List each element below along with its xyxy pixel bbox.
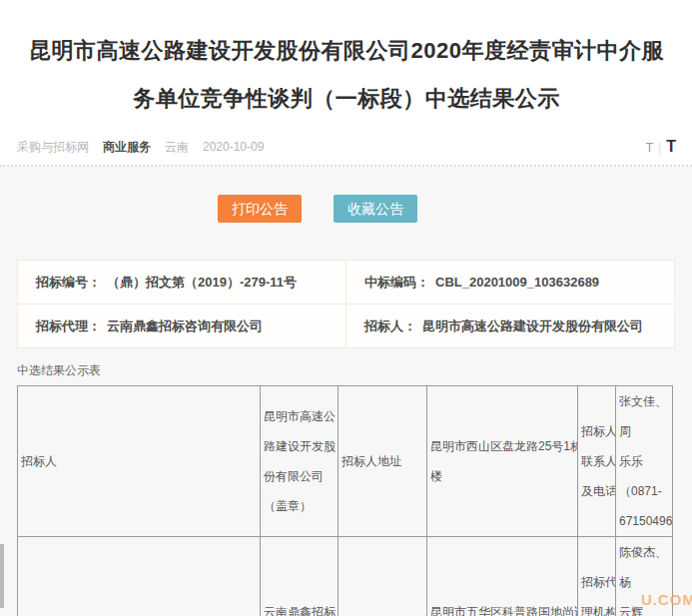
result-table-caption: 中选结果公示表	[17, 362, 675, 379]
print-announcement-button[interactable]: 打印公告	[218, 195, 302, 223]
win-code-value: CBL_20201009_103632689	[435, 275, 599, 290]
bid-number-value: （鼎）招文第（2019）-279-11号	[107, 275, 297, 290]
breadcrumb-source-site[interactable]: 采购与招标网	[17, 139, 89, 156]
page-title-line1: 昆明市高速公路建设开发股份有限公司2020年度经责审计中介服	[17, 27, 676, 75]
action-button-row: 打印公告 收藏公告	[17, 195, 675, 223]
bid-number-label: 招标编号：	[36, 275, 101, 290]
announcement-body: 打印公告 收藏公告 招标编号：（鼎）招文第（2019）-279-11号 中标编码…	[0, 167, 692, 616]
agency-contact-label-cell: 招标代 理机构 联系人 及电话	[578, 537, 616, 616]
agency-label: 招标代理：	[36, 318, 101, 333]
favorite-announcement-button[interactable]: 收藏公告	[334, 195, 417, 223]
tenderer-contact-value-cell: 张文佳、周 乐乐（0871- 67150496）	[616, 386, 673, 537]
table-row-tenderer: 招标人 昆明市高速公 路建设开发股 份有限公司 （盖章） 招标人地址 昆明市西山…	[18, 386, 673, 537]
breadcrumb: 采购与招标网 商业服务 云南 2020-10-09	[17, 139, 646, 156]
win-code-label: 中标编码：	[364, 275, 429, 290]
agency-role-cell: 招标代理机构	[18, 537, 261, 616]
font-size-small-toggle[interactable]: T	[646, 141, 653, 155]
agency-address-value-cell: 昆明市五华区科普路国地尚诚 商务中心B座14楼	[427, 537, 578, 616]
font-size-large-toggle[interactable]: T	[666, 138, 676, 156]
info-table-row: 招标代理：云南鼎鑫招标咨询有限公司 招标人：昆明市高速公路建设开发股份有限公司	[18, 305, 675, 348]
table-row-agency: 招标代理机构 云南鼎鑫招标 咨询有限公司 招标代理机构地址 昆明市五华区科普路国…	[18, 537, 673, 616]
bid-number-cell: 招标编号：（鼎）招文第（2019）-279-11号	[18, 261, 346, 305]
selection-result-table: 招标人 昆明市高速公 路建设开发股 份有限公司 （盖章） 招标人地址 昆明市西山…	[17, 385, 673, 616]
left-scrollbar-thumb[interactable]	[0, 544, 4, 608]
font-size-separator: |	[658, 141, 661, 155]
info-table-row: 招标编号：（鼎）招文第（2019）-279-11号 中标编码：CBL_20201…	[18, 261, 675, 305]
page-title-line2: 务单位竞争性谈判（一标段）中选结果公示	[17, 75, 676, 123]
page-title: 昆明市高速公路建设开发股份有限公司2020年度经责审计中介服 务单位竞争性谈判（…	[17, 27, 676, 123]
meta-row: 采购与招标网 商业服务 云南 2020-10-09 T | T	[17, 138, 676, 156]
tenderer-address-value-cell: 昆明市西山区盘龙路25号1栋2 楼	[427, 386, 578, 537]
tenderer-role-cell: 招标人	[18, 386, 261, 537]
tenderer-address-label-cell: 招标人地址	[339, 386, 427, 537]
publish-date: 2020-10-09	[203, 140, 264, 154]
agency-address-label-cell: 招标代理机构地址	[339, 537, 427, 616]
tenderer-label: 招标人：	[364, 318, 416, 333]
agency-name-cell: 云南鼎鑫招标 咨询有限公司	[261, 537, 339, 616]
tenderer-name-cell: 昆明市高速公 路建设开发股 份有限公司 （盖章）	[261, 386, 339, 537]
agency-cell: 招标代理：云南鼎鑫招标咨询有限公司	[18, 305, 346, 348]
breadcrumb-region[interactable]: 云南	[165, 139, 189, 156]
article-header: 昆明市高速公路建设开发股份有限公司2020年度经责审计中介服 务单位竞争性谈判（…	[0, 0, 692, 167]
bid-info-table: 招标编号：（鼎）招文第（2019）-279-11号 中标编码：CBL_20201…	[17, 260, 675, 348]
breadcrumb-category[interactable]: 商业服务	[103, 139, 151, 156]
agency-value: 云南鼎鑫招标咨询有限公司	[107, 318, 263, 333]
tenderer-cell: 招标人：昆明市高速公路建设开发股份有限公司	[346, 305, 675, 348]
tenderer-value: 昆明市高速公路建设开发股份有限公司	[422, 318, 643, 333]
font-size-switch: T | T	[646, 138, 676, 156]
tenderer-contact-label-cell: 招标人 联系人 及电话	[578, 386, 616, 537]
agency-contact-value-cell: 陈俊杰、杨 云辉（0871- 65847248转 (020)	[616, 537, 673, 616]
win-code-cell: 中标编码：CBL_20201009_103632689	[346, 261, 675, 305]
